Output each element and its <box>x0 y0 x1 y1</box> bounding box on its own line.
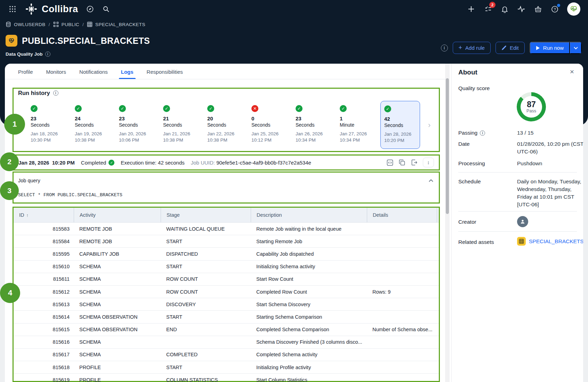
schema-icon <box>53 22 59 27</box>
run-detail-row: Jan 28, 2026 10:20 PM Completed ✓ Execut… <box>14 156 439 169</box>
breadcrumb-item-database[interactable]: OWLUSERDB <box>6 22 46 27</box>
cell-id: 815619 <box>14 377 74 382</box>
export-icon[interactable] <box>411 159 418 166</box>
table-row[interactable]: 815617SCHEMACOMPLETEDCompleted Schema ac… <box>14 349 439 361</box>
column-header-activity[interactable]: Activity <box>74 208 161 222</box>
cell-stage: START <box>161 264 251 269</box>
table-row[interactable]: 815583REMOTE JOBWAITING LOCAL QUEUERemot… <box>14 223 439 235</box>
table-row[interactable]: 815584REMOTE JOBSTARTStarting Remote Job <box>14 235 439 248</box>
run-date: Jan 25, 202610:12 PM <box>251 131 284 143</box>
table-row[interactable]: 815614SCHEMA OBSERVATIONSTARTStarting Sc… <box>14 311 439 323</box>
related-assets-label: Related assets <box>458 239 494 245</box>
cell-description: Schema Discovery Finished (3 columns dis… <box>251 339 367 345</box>
create-plus-icon[interactable] <box>467 5 475 13</box>
info-icon[interactable]: i <box>53 90 58 96</box>
tab-logs[interactable]: Logs <box>120 65 134 79</box>
cell-stage: COMPLETED <box>161 352 251 357</box>
run-date-time: 10:38 PM <box>163 137 196 143</box>
run-duration-unit: Seconds <box>75 122 107 128</box>
scrollbar-thumb[interactable] <box>446 78 449 214</box>
success-check-icon: ✓ <box>296 105 303 112</box>
run-date-time: 10:30 PM <box>31 137 63 143</box>
breadcrumb-item-table[interactable]: SPECIAL_BRACKETS <box>87 22 145 27</box>
tab-monitors[interactable]: Monitors <box>46 65 67 79</box>
cell-description: Start Schema Discovery <box>251 302 367 307</box>
run-history-card[interactable]: ✓1MinuteJan 27, 202610:34 PM <box>336 101 376 149</box>
quality-score-donut: 87 Pass <box>517 92 546 121</box>
avatar[interactable] <box>567 2 580 16</box>
table-row[interactable]: 815615SCHEMA OBSERVATIONENDCompleted Sch… <box>14 324 439 336</box>
app-grid-icon[interactable] <box>8 5 17 13</box>
run-duration: 23 <box>31 116 63 121</box>
run-date: Jan 20, 202610:06 PM <box>119 131 152 143</box>
activity-icon[interactable] <box>517 5 525 13</box>
help-icon[interactable]: ? <box>550 5 559 13</box>
run-history-next-icon[interactable]: › <box>428 121 430 129</box>
job-uuid: Job UUID: 90efe5e1-c5ae-4af9-bb0b-f37c7e… <box>191 160 311 166</box>
run-history-card[interactable]: ✕0SecondsJan 25, 202610:12 PM <box>248 101 288 149</box>
table-row[interactable]: 815613SCHEMADISCOVERYStart Schema Discov… <box>14 298 439 311</box>
database-icon <box>6 22 11 27</box>
run-history-card[interactable]: ✓23SecondsJan 18, 202610:30 PM <box>27 101 67 149</box>
edit-button[interactable]: Edit <box>496 42 525 54</box>
run-history-card[interactable]: ✓24SecondsJan 19, 202610:38 PM <box>71 101 111 149</box>
tab-profile[interactable]: Profile <box>17 65 34 79</box>
divider <box>458 172 577 173</box>
cell-description: Initializing Schema activity <box>251 264 367 269</box>
column-header-description[interactable]: Description <box>251 208 367 222</box>
breadcrumb-label: OWLUSERDB <box>14 22 46 27</box>
column-header-stage[interactable]: Stage <box>161 208 251 222</box>
bell-icon[interactable] <box>500 5 509 13</box>
run-date: Jan 27, 202610:34 PM <box>340 131 372 143</box>
cell-activity: SCHEMA <box>74 352 161 357</box>
run-history-card[interactable]: ✓23SecondsJan 20, 202610:06 PM <box>115 101 155 149</box>
run-now-dropdown-button[interactable] <box>570 42 582 54</box>
collibra-logo[interactable]: Collibra <box>24 2 78 16</box>
search-icon[interactable] <box>102 5 110 13</box>
breadcrumb-item-schema[interactable]: PUBLIC <box>53 22 79 27</box>
date-label: Date <box>458 141 470 147</box>
expand-vertical-icon[interactable]: ↕ <box>423 158 434 167</box>
tasks-icon[interactable]: 2 <box>484 5 492 13</box>
table-row[interactable]: 815616SCHEMASchema Discovery Finished (3… <box>14 336 439 349</box>
run-duration-unit: Seconds <box>119 122 152 128</box>
table-row[interactable]: 815619PROFILECOLUMN STATISTICSStart Colu… <box>14 374 439 382</box>
run-history-card[interactable]: ✓20SecondsJan 22, 202610:38 PM <box>204 101 243 149</box>
info-icon[interactable]: i <box>45 51 50 57</box>
basket-icon[interactable] <box>534 5 542 13</box>
column-header-id[interactable]: ID ↑ <box>14 208 74 222</box>
creator-avatar[interactable] <box>517 216 528 227</box>
table-row[interactable]: 815595CAPABILITY JOBDISPATCHEDCapability… <box>14 248 439 260</box>
run-date-day: Jan 18, 2026 <box>31 131 63 137</box>
close-icon[interactable]: × <box>570 68 574 75</box>
run-history-card[interactable]: ✓23SecondsJan 26, 202610:34 PM <box>292 101 332 149</box>
run-history-card[interactable]: ✓21SecondsJan 21, 202610:38 PM <box>160 101 199 149</box>
compass-icon[interactable] <box>86 5 94 13</box>
collapse-chevron-icon[interactable] <box>429 179 433 182</box>
add-rule-button[interactable]: + Add rule <box>453 42 491 54</box>
sort-asc-icon: ↑ <box>26 213 29 218</box>
run-history-card[interactable]: ✓42SecondsJan 28, 202610:20 PM <box>380 101 420 149</box>
cell-id: 815612 <box>14 289 74 295</box>
related-asset-item[interactable]: SPECIAL_BRACKETS <box>517 237 583 246</box>
table-row[interactable]: 815610SCHEMASTARTInitializing Schema act… <box>14 261 439 273</box>
info-icon[interactable]: i <box>480 130 485 136</box>
info-icon[interactable]: i <box>441 45 448 51</box>
run-now-button[interactable]: Run now <box>530 42 570 54</box>
copy-icon[interactable] <box>398 159 405 166</box>
success-check-icon: ✓ <box>207 105 214 112</box>
schedule-value: Daily on Monday, Tuesday, Wednesday, Thu… <box>517 178 583 208</box>
table-row[interactable]: 815611SCHEMAROW COUNTStart Row Count <box>14 273 439 286</box>
tab-responsibilities[interactable]: Responsibilities <box>146 65 184 79</box>
table-row[interactable]: 815612SCHEMAROW COUNTCompleted Row Count… <box>14 286 439 298</box>
play-icon <box>536 46 540 50</box>
cell-description: Remote Job waiting in the local queue <box>251 226 367 232</box>
scrollbar-track[interactable] <box>445 64 450 382</box>
tab-notifications[interactable]: Notifications <box>79 65 108 79</box>
cell-stage: START <box>161 239 251 244</box>
code-square-icon[interactable] <box>386 159 393 166</box>
table-row[interactable]: 815618PROFILESTARTInitializing Profile a… <box>14 361 439 374</box>
column-header-details[interactable]: Details <box>367 208 437 222</box>
content-sheet: Profile Monitors Notifications Logs Resp… <box>5 64 583 382</box>
cell-description: Initializing Profile activity <box>251 365 367 370</box>
